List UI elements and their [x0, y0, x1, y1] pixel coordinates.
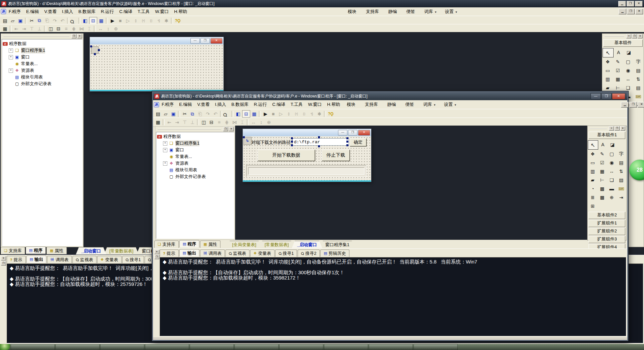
- align-left-icon[interactable]: ⇤: [13, 25, 20, 32]
- output-tab[interactable]: Ϙ监视表: [72, 256, 97, 263]
- mdi-minimize-icon[interactable]: ▁: [621, 102, 629, 108]
- selection-handle[interactable]: [346, 141, 348, 143]
- layout-grid-icon[interactable]: ▦: [251, 111, 258, 117]
- listview-icon[interactable]: ▦: [613, 75, 623, 83]
- shapes-icon[interactable]: ❖: [603, 57, 613, 66]
- grid-toggle-icon[interactable]: ▦: [154, 119, 162, 126]
- pause-hand-icon[interactable]: ✱: [316, 111, 323, 117]
- open-icon[interactable]: ▱: [162, 111, 169, 117]
- fit-width-icon[interactable]: ⋈: [78, 25, 85, 32]
- cursor-icon[interactable]: ↖: [603, 48, 614, 57]
- updown-icon[interactable]: ⇅: [633, 75, 644, 83]
- close-icon[interactable]: ✕: [154, 250, 159, 254]
- panel-tab[interactable]: ▦属性: [46, 247, 66, 254]
- edit-icon[interactable]: ✎: [598, 150, 607, 158]
- center-h-icon[interactable]: ◫: [200, 119, 207, 126]
- label-icon[interactable]: A: [614, 48, 624, 57]
- center-v-icon[interactable]: ⊟: [55, 25, 62, 32]
- selection-handle[interactable]: [90, 45, 92, 47]
- output-tab[interactable]: Ϙ监视表: [225, 249, 250, 257]
- align-left-icon[interactable]: ⇤: [166, 119, 173, 126]
- stop-icon[interactable]: ■: [270, 111, 277, 117]
- output-tab[interactable]: ❖变量表: [250, 249, 275, 257]
- align-right-icon[interactable]: ⇥: [173, 119, 181, 126]
- gauge-icon[interactable]: ◔: [588, 184, 598, 193]
- edit-icon[interactable]: ✎: [613, 57, 623, 66]
- taskbar-button[interactable]: [145, 344, 189, 350]
- output-tab[interactable]: ❖变量表: [97, 256, 122, 263]
- form-canvas[interactable]: ↳ 对端下载文件的路径: d:\ftp.rar 确定 开始下载数据 停止下载: [243, 136, 371, 180]
- menu-item[interactable]: T.工具: [135, 8, 152, 15]
- path-input[interactable]: d:\ftp.rar: [292, 138, 349, 146]
- slider-icon[interactable]: ⊢: [598, 176, 607, 184]
- separator[interactable]: [197, 119, 199, 125]
- taskbar[interactable]: [0, 344, 644, 350]
- undo-icon[interactable]: ↶: [212, 111, 219, 117]
- separator[interactable]: [163, 119, 165, 125]
- menu-item[interactable]: I.插入: [59, 8, 76, 15]
- same-height-icon[interactable]: ↕: [258, 119, 265, 126]
- space-v-icon[interactable]: ⋕: [70, 25, 77, 32]
- cut-icon[interactable]: ✂: [181, 111, 188, 117]
- layout-left-icon[interactable]: ◧: [82, 17, 89, 24]
- separator[interactable]: [94, 26, 96, 32]
- pin-icon[interactable]: ❐: [1, 261, 6, 266]
- taskbar-button[interactable]: [55, 344, 100, 350]
- help-find-icon[interactable]: ?Ϙ: [327, 111, 334, 117]
- selection-handle[interactable]: [291, 137, 293, 139]
- separator[interactable]: [324, 111, 326, 117]
- palette-group-button[interactable]: 扩展组件3: [589, 236, 625, 243]
- close-icon[interactable]: ✕: [638, 34, 643, 38]
- document-tab[interactable]: _启动窗口: [292, 241, 322, 248]
- panel-tab[interactable]: ❏支持库: [154, 240, 179, 248]
- same-size-icon[interactable]: ⊕: [112, 25, 120, 32]
- expand-box[interactable]: +: [163, 148, 167, 152]
- taskbar-button[interactable]: [369, 344, 413, 350]
- pause-hand-icon[interactable]: ✱: [163, 17, 170, 24]
- document-tab[interactable]: 窗口程序集1: [320, 241, 355, 248]
- menu-item[interactable]: 支持库: [362, 8, 384, 15]
- mdi-restore-icon[interactable]: ❐: [629, 102, 637, 108]
- selection-handle[interactable]: [291, 141, 293, 143]
- path-label[interactable]: 对端下载文件的路径:: [252, 140, 292, 146]
- taskbar-button[interactable]: [190, 344, 234, 350]
- picturebox-icon[interactable]: ◪: [608, 140, 617, 149]
- palette-group-button[interactable]: 基本组件1: [589, 132, 625, 139]
- tree-item[interactable]: + ❏ 窗口程序集1: [157, 140, 233, 147]
- menu-item[interactable]: C.编译: [270, 101, 288, 108]
- restore-icon[interactable]: ❐: [627, 1, 634, 7]
- start-download-button[interactable]: 开始下载数据: [258, 150, 315, 161]
- panel-tab[interactable]: ▤程序: [179, 240, 199, 247]
- menu-item[interactable]: W.窗口: [152, 8, 171, 15]
- menu-item[interactable]: E.编辑: [176, 101, 194, 108]
- menu-item[interactable]: H.帮助: [324, 101, 343, 108]
- save-icon[interactable]: ▣: [17, 17, 24, 24]
- tree-item[interactable]: + ❏ 窗口程序集1: [3, 47, 82, 54]
- close-icon[interactable]: ✕: [358, 130, 370, 136]
- outer-form-designer[interactable]: — ❐ ✕: [90, 37, 224, 92]
- form-canvas[interactable]: [90, 44, 223, 90]
- run-icon[interactable]: ▶: [109, 17, 116, 24]
- menu-item[interactable]: 静编: [384, 8, 402, 15]
- panel-tab[interactable]: ▤程序: [26, 246, 46, 254]
- separator[interactable]: [106, 18, 108, 24]
- space-v-icon[interactable]: ⋕: [223, 119, 230, 126]
- center-v-icon[interactable]: ⊟: [208, 119, 215, 126]
- separator[interactable]: [178, 111, 180, 117]
- button-icon[interactable]: ▭: [603, 66, 613, 75]
- outer-titlebar[interactable]: 易 易语言(加密狗版) - d:\Desktop\网络相关\易语言自定服务客户协…: [0, 0, 644, 7]
- close-icon[interactable]: ✕: [77, 34, 82, 38]
- label-icon[interactable]: A: [598, 140, 608, 149]
- datetime-icon[interactable]: ▤: [617, 176, 626, 184]
- copy-icon[interactable]: ⧉: [189, 111, 196, 117]
- menu-item[interactable]: 模块: [343, 101, 361, 108]
- close-icon[interactable]: ✕: [229, 127, 234, 131]
- tree-root[interactable]: e 程序数据: [157, 133, 233, 140]
- tabcontrol-icon[interactable]: ❏: [607, 176, 617, 184]
- pin-icon[interactable]: ❐: [71, 34, 76, 38]
- fit-height-icon[interactable]: ⌶: [86, 25, 93, 32]
- menu-icon[interactable]: ≡: [609, 126, 614, 131]
- separator[interactable]: [171, 18, 173, 24]
- pin-icon[interactable]: ❐: [615, 126, 620, 131]
- menu-item[interactable]: 设置▼: [440, 101, 461, 108]
